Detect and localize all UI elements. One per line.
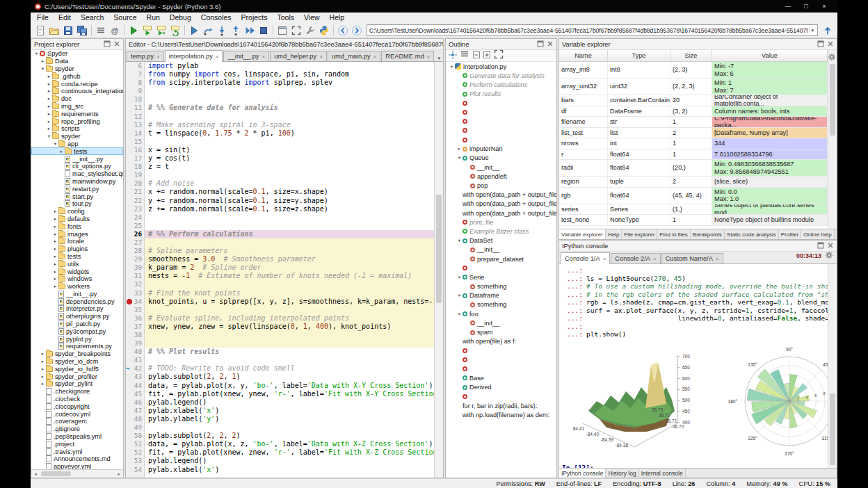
tree-expand-icon[interactable]: ▸ (46, 104, 52, 109)
tree-item[interactable]: ▸widgets (31, 268, 123, 275)
tree-expand-icon[interactable]: ▸ (46, 96, 52, 101)
menu-file[interactable]: File (32, 13, 54, 23)
tree-expand-icon[interactable]: ▸ (40, 381, 46, 387)
gutter-cell[interactable]: 35 (126, 306, 144, 314)
tree-item[interactable]: restart.py (31, 185, 123, 193)
gutter-cell[interactable]: 32 (126, 280, 144, 288)
run-icon[interactable] (127, 24, 140, 38)
outline-item[interactable]: Generate data for analysis (446, 71, 556, 80)
gutter-cell[interactable]: 28 (126, 247, 144, 255)
tree-item[interactable]: .gitignore (31, 425, 123, 433)
code-line[interactable] (145, 113, 434, 121)
tree-collapse-icon[interactable]: ▾ (52, 141, 58, 147)
tree-expand-icon[interactable]: ▸ (40, 366, 46, 372)
tree-item[interactable]: ▸fonts (31, 222, 123, 230)
close-icon[interactable]: × (427, 54, 431, 60)
outline-item[interactable] (446, 346, 556, 355)
column-header-value[interactable]: Value (712, 50, 828, 61)
tree-expand-icon[interactable]: ▸ (58, 149, 65, 154)
gutter-cell[interactable]: 15 (126, 138, 144, 146)
tree-item[interactable]: ▸continuous_integration (31, 88, 123, 95)
close-icon[interactable] (827, 40, 834, 49)
gutter-cell[interactable]: 19 (126, 171, 144, 179)
tree-item[interactable]: pil_patch.py (31, 320, 123, 328)
gutter-cell[interactable]: 22 (126, 197, 144, 205)
code-line[interactable]: # Add noise (145, 179, 434, 188)
code-line[interactable]: pylab.xlabel('x') (145, 407, 434, 415)
menu-view[interactable]: View (299, 13, 325, 23)
column-header-name[interactable]: Name (559, 50, 608, 61)
debug-icon[interactable] (187, 24, 201, 38)
gutter-cell[interactable]: 30 (126, 263, 144, 272)
gutter-cell[interactable]: 39 (126, 339, 144, 348)
minimize-button[interactable]: — (779, 1, 797, 11)
code-line[interactable]: # %% Generate data for analysis (145, 104, 434, 112)
code-line[interactable]: z = t (145, 163, 434, 171)
tree-item[interactable]: ▸images (31, 230, 123, 238)
tree-expand-icon[interactable]: ▸ (46, 111, 52, 117)
file-switcher-icon[interactable] (459, 49, 470, 63)
code-line[interactable]: y += random.normal(scale=0.1, size=y.sha… (145, 197, 434, 205)
tree-expand-icon[interactable]: ▸ (40, 374, 46, 380)
tree-item[interactable]: start.py (31, 193, 123, 200)
tree-item[interactable]: interpreter.py (31, 305, 123, 313)
tree-item[interactable]: .coveragerc (31, 418, 123, 425)
tree-item[interactable]: ▸utils (31, 260, 123, 268)
outline-item[interactable]: Plot results (446, 90, 556, 99)
table-row[interactable]: list_testlist2[Dataframe, Numpy array] (559, 128, 828, 139)
code-line[interactable]: pylab.subplot(2, 2, 2) (145, 432, 434, 440)
gutter-cell[interactable]: 18 (126, 163, 144, 171)
gutter-cell[interactable]: 53 (126, 457, 144, 465)
float-icon[interactable] (817, 40, 824, 49)
outline-item[interactable]: print_file (446, 218, 556, 227)
gutter-cell[interactable]: 31 (126, 272, 144, 280)
outline-item[interactable]: with open(data_path + output_file_n... (446, 200, 556, 209)
outline-item[interactable]: something (446, 282, 556, 291)
editor-vscrollbar[interactable] (434, 62, 443, 478)
new-file-icon[interactable] (33, 24, 47, 38)
gutter-cell[interactable]: 16 (126, 146, 144, 154)
symbol-finder-icon[interactable]: @ (108, 24, 122, 38)
tree-item[interactable]: .ciocheck (31, 396, 123, 403)
scroll-thumb[interactable] (830, 393, 835, 465)
outline-item[interactable]: ▸imputerNan (446, 145, 556, 154)
gutter-cell[interactable]: 50 (126, 432, 144, 440)
gutter-cell[interactable]: 21 (126, 188, 144, 196)
gutter-cell[interactable]: 45 (126, 390, 144, 398)
tree-expand-icon[interactable]: ▸ (46, 81, 52, 87)
table-row[interactable]: dfDataFrame(3, 2)Column names: bools, in… (559, 106, 828, 117)
menu-search[interactable]: Search (76, 13, 108, 23)
tree-item[interactable]: ▸spyder_breakpoints (31, 350, 123, 358)
close-icon[interactable]: × (216, 54, 219, 60)
code-line[interactable]: z += random.normal(scale=0.1, size=z.sha… (145, 205, 434, 213)
table-row[interactable]: array_int8int8(2, 3)Min: -7 Max: 6 (559, 62, 828, 79)
gutter-cell[interactable]: 8 (126, 79, 144, 87)
fullscreen-icon[interactable] (493, 49, 504, 63)
tree-item[interactable]: ▾app (31, 140, 123, 148)
outline-item[interactable]: with np.load(filename) as dem: (446, 410, 556, 419)
tree-item[interactable]: ▾spyder (31, 133, 123, 140)
scroll-left-icon[interactable]: ◂ (31, 471, 40, 477)
code-line[interactable]: # TODO: Rewrite to avoid code smell (145, 364, 434, 373)
outline-item[interactable] (446, 355, 556, 364)
table-row[interactable]: rgbfloat64(45, 45, 4)Min: 0.0 Max: 1.0 (559, 188, 828, 204)
preferences-icon[interactable] (303, 24, 317, 38)
tree-item[interactable]: ▸spyder_io_dcm (31, 358, 123, 366)
tree-expand-icon[interactable]: ▸ (52, 209, 58, 214)
code-line[interactable] (145, 95, 434, 104)
outline-item[interactable]: ▾Dataframe (446, 291, 556, 300)
outline-item[interactable]: ▾foo (446, 309, 556, 318)
python-path-icon[interactable] (317, 24, 331, 38)
outline-item[interactable]: appendleft (446, 172, 556, 181)
options-icon[interactable] (825, 250, 833, 262)
table-options-icon[interactable] (828, 51, 836, 64)
gutter-cell[interactable]: 40 (126, 348, 144, 356)
tree-item[interactable]: ▾Spyder (31, 50, 123, 58)
working-directory-combo[interactable]: C:\Users\TestUser\Downloads\16740156420f… (367, 24, 818, 36)
pane-tab-breakpoints[interactable]: Breakpoints (691, 229, 725, 239)
code-area[interactable]: import pylabfrom numpy import cos, linsp… (145, 62, 434, 478)
console-tab-3[interactable]: Custom Name/A× (661, 253, 723, 263)
gutter-cell[interactable]: ↪42 (126, 364, 144, 373)
bottom-tab-history-log[interactable]: History log (606, 469, 638, 478)
editor-tab-umd-helper-py[interactable]: umd_helper.py× (270, 51, 327, 61)
